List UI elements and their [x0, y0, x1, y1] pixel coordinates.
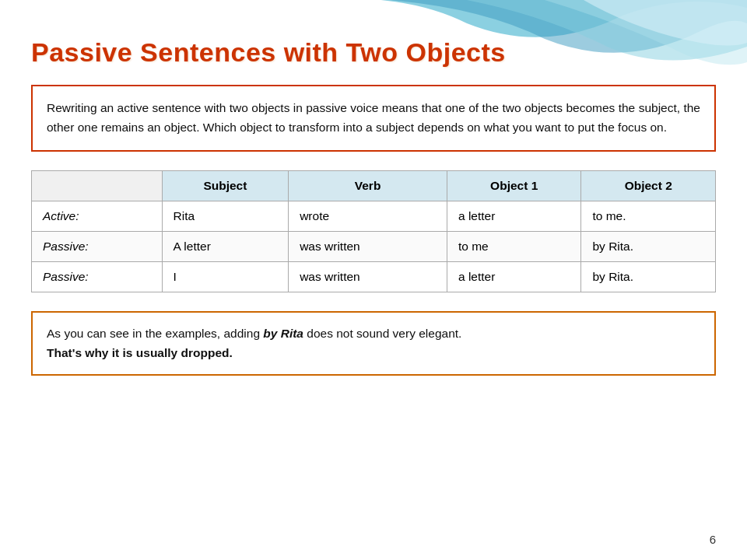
col-header-object2: Object 2 — [581, 170, 716, 201]
note-italic-bold: by Rita — [263, 327, 303, 340]
cell-active-object2: to me. — [581, 201, 716, 231]
cell-passive2-object1: a letter — [447, 261, 581, 292]
row-label-passive1: Passive: — [32, 231, 163, 261]
grammar-table: Subject Verb Object 1 Object 2 Active: R… — [31, 170, 716, 292]
cell-passive1-verb: was written — [289, 231, 447, 261]
cell-passive1-object2: by Rita. — [581, 231, 716, 261]
row-label-passive2: Passive: — [32, 261, 163, 292]
cell-passive2-object2: by Rita. — [581, 261, 716, 292]
col-header-verb: Verb — [289, 170, 447, 201]
note-second-line: That's why it is usually dropped. — [47, 346, 233, 359]
table-row: Passive: I was written a letter by Rita. — [32, 261, 716, 292]
col-header-empty — [32, 170, 163, 201]
page-title: Passive Sentences with Two Objects — [31, 37, 716, 68]
cell-passive2-verb: was written — [289, 261, 447, 292]
cell-active-object1: a letter — [447, 201, 581, 231]
col-header-object1: Object 1 — [447, 170, 581, 201]
note-middle: does not sound very elegant. — [303, 327, 461, 340]
intro-text: Rewriting an active sentence with two ob… — [47, 101, 700, 134]
cell-passive1-object1: to me — [447, 231, 581, 261]
col-header-subject: Subject — [162, 170, 289, 201]
page-number: 6 — [710, 533, 716, 546]
cell-active-subject: Rita — [162, 201, 289, 231]
note-box: As you can see in the examples, adding b… — [31, 311, 716, 376]
intro-box: Rewriting an active sentence with two ob… — [31, 85, 716, 152]
cell-passive2-subject: I — [162, 261, 289, 292]
row-label-active: Active: — [32, 201, 163, 231]
table-row: Active: Rita wrote a letter to me. — [32, 201, 716, 231]
cell-active-verb: wrote — [289, 201, 447, 231]
note-prefix: As you can see in the examples, adding — [47, 327, 263, 340]
table-row: Passive: A letter was written to me by R… — [32, 231, 716, 261]
cell-passive1-subject: A letter — [162, 231, 289, 261]
